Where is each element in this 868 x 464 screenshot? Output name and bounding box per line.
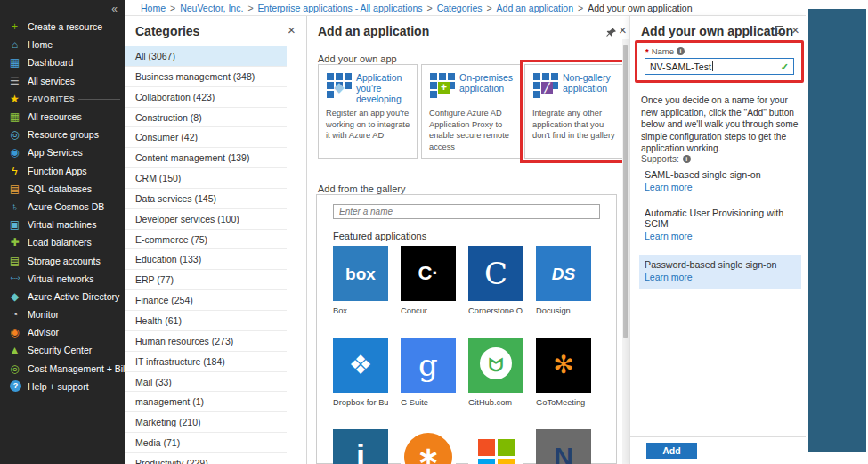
- own-app-tile[interactable]: Non-gallery application Integrate any ot…: [524, 64, 624, 159]
- featured-app[interactable]: ∗: [401, 429, 456, 464]
- sidebar-item[interactable]: ⌂ Home: [0, 36, 125, 53]
- category-row[interactable]: Human resources (273): [125, 331, 287, 352]
- featured-app-logo[interactable]: DS: [536, 246, 591, 301]
- category-row[interactable]: Consumer (42): [125, 127, 287, 148]
- sidebar-item[interactable]: ★ FAVORITES: [0, 90, 125, 108]
- featured-app-logo[interactable]: box: [333, 246, 388, 301]
- category-row[interactable]: Marketing (210): [125, 412, 287, 433]
- sidebar-item[interactable]: ? Help + support: [0, 378, 125, 395]
- breadcrumb-item[interactable]: >: [170, 3, 175, 13]
- featured-app-logo[interactable]: ✻: [536, 338, 591, 393]
- featured-app-logo[interactable]: g: [401, 338, 456, 393]
- sidebar-item[interactable]: ♄ Azure Cosmos DB: [0, 198, 125, 216]
- category-row[interactable]: E-commerce (75): [125, 230, 287, 250]
- info-icon[interactable]: i: [683, 155, 691, 163]
- learn-more-link[interactable]: Learn more: [645, 272, 796, 282]
- close-icon[interactable]: ×: [791, 23, 799, 37]
- info-icon[interactable]: i: [677, 47, 685, 55]
- featured-app[interactable]: C Cornerstone On...: [468, 246, 523, 315]
- featured-app[interactable]: C· Concur: [401, 246, 456, 315]
- breadcrumb-item[interactable]: >: [486, 3, 491, 13]
- featured-app[interactable]: g G Suite: [401, 338, 456, 407]
- featured-app[interactable]: ᗢ GitHub.com: [468, 338, 523, 407]
- breadcrumb-item[interactable]: Enterprise applications - All applicatio…: [258, 3, 423, 13]
- featured-app[interactable]: ✻ GoToMeeting: [536, 338, 591, 407]
- sidebar-item[interactable]: ◎ Cost Management + Billing: [0, 360, 125, 378]
- sidebar-item[interactable]: ▣ Virtual machines: [0, 216, 125, 233]
- featured-app-logo[interactable]: C·: [401, 246, 456, 301]
- featured-app-logo-glyph: i: [356, 441, 365, 464]
- featured-app-logo[interactable]: N: [536, 429, 591, 464]
- featured-app[interactable]: i: [333, 429, 388, 464]
- featured-app[interactable]: N: [536, 429, 591, 464]
- category-row[interactable]: Education (133): [125, 249, 287, 270]
- breadcrumb-item[interactable]: >: [427, 3, 433, 13]
- sidebar-item[interactable]: ☰ All services: [0, 72, 125, 90]
- breadcrumb-item[interactable]: >: [578, 3, 583, 13]
- category-row[interactable]: Data services (145): [125, 189, 287, 209]
- sidebar-item[interactable]: ◔ Monitor: [0, 305, 125, 323]
- sidebar-item[interactable]: ▦ All resources: [0, 108, 125, 126]
- add-application-scrollbar[interactable]: [622, 39, 629, 464]
- featured-app[interactable]: DS Docusign: [536, 246, 591, 315]
- sidebar-item[interactable]: ◉ Advisor: [0, 323, 125, 341]
- featured-app-logo[interactable]: [468, 429, 523, 464]
- breadcrumb-item[interactable]: Categories: [437, 3, 483, 13]
- close-icon[interactable]: ×: [288, 23, 296, 37]
- sidebar-collapse-icon[interactable]: «: [111, 3, 118, 15]
- category-row[interactable]: Content management (139): [125, 148, 287, 168]
- category-row[interactable]: ERP (77): [125, 270, 287, 290]
- category-row[interactable]: Business management (348): [125, 67, 287, 87]
- sidebar-item[interactable]: ◎ Resource groups: [0, 126, 125, 143]
- breadcrumb-item[interactable]: >: [247, 3, 253, 13]
- add-application-panel: Add an application × Add your own app Ap…: [307, 16, 629, 464]
- featured-app-logo[interactable]: i: [333, 429, 388, 464]
- sidebar-item[interactable]: ▦ Dashboard: [0, 53, 125, 71]
- breadcrumb-item[interactable]: NeuVector, Inc.: [180, 3, 243, 13]
- add-application-title: Add an application: [318, 24, 429, 38]
- breadcrumb-item[interactable]: Add your own application: [588, 3, 692, 13]
- featured-app[interactable]: ❖ Dropbox for Busi...: [333, 338, 388, 407]
- category-row[interactable]: All (3067): [125, 46, 287, 67]
- sidebar-item[interactable]: ▲ Security Center: [0, 341, 125, 359]
- own-app-tile[interactable]: Application you're developing Register a…: [318, 64, 418, 159]
- breadcrumb-item[interactable]: Add an application: [497, 3, 573, 13]
- featured-app-logo[interactable]: ᗢ: [468, 338, 523, 393]
- sidebar-item[interactable]: ✚ Load balancers: [0, 233, 125, 251]
- own-app-tile[interactable]: On-premises application Configure Azure …: [421, 64, 521, 159]
- category-row[interactable]: IT infrastructure (184): [125, 352, 287, 372]
- sidebar-item[interactable]: + Create a resource: [0, 18, 125, 36]
- category-row[interactable]: Mail (33): [125, 372, 287, 393]
- learn-more-link[interactable]: Learn more: [645, 182, 798, 192]
- name-input[interactable]: NV-SAML-Test ✓: [645, 58, 794, 75]
- category-row[interactable]: Construction (8): [125, 108, 287, 128]
- maximize-icon[interactable]: [775, 26, 783, 34]
- sidebar-item[interactable]: ‹···› Virtual networks: [0, 270, 125, 288]
- category-row[interactable]: Media (71): [125, 433, 287, 453]
- sidebar-item[interactable]: ◆ Azure Active Directory: [0, 288, 125, 305]
- featured-app-logo[interactable]: ❖: [333, 338, 388, 393]
- own-app-tile-icon: [533, 73, 540, 80]
- add-button[interactable]: Add: [646, 443, 697, 459]
- learn-more-link[interactable]: Learn more: [645, 231, 798, 241]
- category-row[interactable]: Collaboration (423): [125, 87, 287, 108]
- category-row[interactable]: Health (61): [125, 311, 287, 331]
- close-icon[interactable]: ×: [619, 23, 627, 37]
- scrollbar-thumb[interactable]: [623, 45, 628, 338]
- sidebar-item[interactable]: ▤ Storage accounts: [0, 251, 125, 269]
- gallery-search-input[interactable]: [333, 204, 600, 219]
- sidebar-item[interactable]: ◉ App Services: [0, 143, 125, 161]
- sidebar-item[interactable]: ϟ Function Apps: [0, 162, 125, 180]
- category-row[interactable]: management (1): [125, 392, 287, 412]
- category-row[interactable]: Productivity (229): [125, 453, 287, 464]
- sidebar-item[interactable]: ▤ SQL databases: [0, 180, 125, 198]
- category-row[interactable]: Developer services (100): [125, 209, 287, 230]
- featured-app[interactable]: [468, 429, 523, 464]
- breadcrumb-item[interactable]: Home: [141, 3, 166, 13]
- featured-app-logo[interactable]: C: [468, 246, 523, 301]
- category-row[interactable]: CRM (150): [125, 168, 287, 189]
- pin-icon[interactable]: [606, 25, 616, 41]
- featured-app[interactable]: box Box: [333, 246, 388, 315]
- featured-app-logo[interactable]: ∗: [401, 429, 456, 464]
- category-row[interactable]: Finance (254): [125, 290, 287, 311]
